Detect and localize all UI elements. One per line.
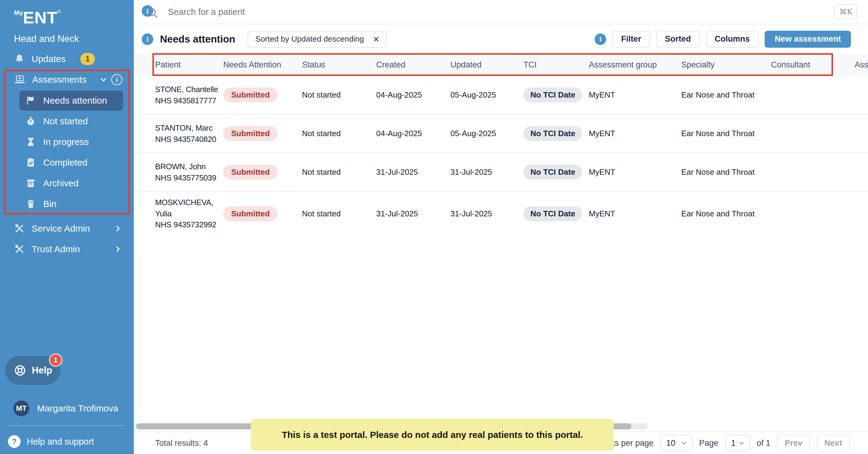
search-icon-combo: i (142, 3, 159, 20)
column-header-assessment-cut[interactable]: Ass (855, 60, 868, 70)
results-per-page-value: 10 (666, 439, 676, 448)
table-row[interactable]: STONE, Chantelle NHS 9435817777 Submitte… (134, 76, 868, 115)
chevron-down-icon[interactable] (99, 75, 108, 84)
sidebar-item-label: Assessments (32, 74, 86, 85)
sidebar-item-not-started[interactable]: Not started (20, 111, 123, 131)
keyboard-shortcut-badge: ⌘K (834, 4, 857, 20)
cell-assessment-group: MyENT (589, 90, 681, 100)
sidebar-item-needs-attention[interactable]: Needs attention (20, 91, 123, 110)
list-toolbar: i Needs attention Sorted by Updated desc… (134, 24, 868, 54)
chevron-down-icon (680, 440, 688, 447)
sidebar-item-label: Needs attention (43, 95, 107, 106)
page-value: 1 (731, 439, 736, 448)
column-header-status[interactable]: Status (302, 60, 376, 70)
cell-updated: 05-Aug-2025 (451, 90, 523, 100)
cell-status: Not started (302, 90, 376, 100)
filter-button[interactable]: Filter (612, 31, 650, 48)
cell-needs-attention: Submitted (223, 206, 302, 221)
assessments-trail: i (99, 74, 122, 85)
new-assessment-button[interactable]: New assessment (765, 31, 851, 48)
cell-tci: No TCI Date (523, 88, 589, 102)
sidebar-item-assessments[interactable]: Assessments i (0, 69, 134, 90)
table-row[interactable]: MOSKVICHEVA, Yulia NHS 9435732992 Submit… (134, 192, 868, 235)
column-header-assessment-group[interactable]: Assessment group (589, 60, 681, 70)
patient-name: STANTON, Marc (155, 123, 221, 133)
brand-prefix: My (14, 9, 23, 16)
clipboard-check-icon (26, 157, 36, 168)
sidebar-item-service-admin[interactable]: Service Admin (0, 218, 134, 239)
stopwatch-icon (26, 116, 36, 126)
column-header-specialty[interactable]: Specialty (681, 60, 771, 70)
question-circle-icon: ? (8, 435, 21, 448)
sidebar-item-label: In progress (43, 137, 89, 147)
sidebar: MyENT® Head and Neck Updates 1 Assessmen… (0, 0, 134, 454)
patient-nhs-number: NHS 9435740820 (155, 134, 221, 144)
cell-specialty: Ear Nose and Throat (681, 90, 771, 100)
search-info-icon[interactable]: i (142, 5, 153, 17)
filter-info-icon[interactable]: i (595, 33, 606, 45)
column-header-created[interactable]: Created (376, 60, 451, 70)
column-header-consultant[interactable]: Consultant (771, 60, 855, 70)
avatar: MT (13, 400, 29, 416)
cell-patient: BROWN, John NHS 9435775039 (155, 161, 223, 183)
brand-registered-mark: ® (58, 9, 61, 14)
cell-assessment-group: MyENT (589, 209, 681, 219)
page-select[interactable]: 1 (725, 435, 750, 451)
brand-logo: MyENT® (14, 9, 134, 26)
sidebar-nav: Updates 1 Assessments i N (0, 48, 134, 260)
sort-chip-label: Sorted by Updated descending (255, 34, 364, 44)
total-results: Total results: 4 (155, 439, 208, 448)
pagination: Results per page 10 Page 1 of 1 Prev Nex… (592, 435, 850, 451)
table-row[interactable]: STANTON, Marc NHS 9435740820 Submitted N… (134, 115, 868, 153)
cell-created: 04-Aug-2025 (376, 129, 451, 138)
next-page-button[interactable]: Next (816, 435, 850, 451)
columns-button[interactable]: Columns (706, 31, 759, 48)
patient-name: STONE, Chantelle (155, 84, 221, 95)
help-count-badge: 1 (49, 353, 62, 367)
sidebar-item-archived[interactable]: Archived (20, 173, 123, 193)
trash-icon (26, 199, 36, 209)
sidebar-item-updates[interactable]: Updates 1 (0, 48, 134, 69)
sidebar-item-trust-admin[interactable]: Trust Admin (0, 239, 134, 260)
sidebar-item-bin[interactable]: Bin (20, 194, 123, 214)
cell-assessment-group: MyENT (589, 129, 681, 138)
status-badge: Submitted (223, 126, 278, 141)
results-per-page-select[interactable]: 10 (660, 435, 692, 451)
sidebar-item-completed[interactable]: Completed (20, 153, 123, 172)
prev-page-button[interactable]: Prev (777, 435, 810, 451)
user-menu[interactable]: MT Margarita Trofimova (0, 397, 134, 419)
patient-nhs-number: NHS 9435732992 (155, 219, 221, 230)
assessments-info-icon[interactable]: i (111, 74, 122, 85)
search-input[interactable] (168, 7, 834, 17)
sort-chip[interactable]: Sorted by Updated descending (248, 31, 386, 48)
cell-tci: No TCI Date (523, 165, 589, 180)
archive-icon (26, 178, 36, 188)
cell-updated: 31-Jul-2025 (451, 209, 523, 219)
table-header: Patient Needs Attention Status Created U… (134, 54, 868, 76)
help-button[interactable]: Help 1 (5, 356, 61, 385)
tools-icon (14, 223, 25, 234)
sidebar-item-in-progress[interactable]: In progress (20, 132, 123, 152)
cell-status: Not started (302, 209, 376, 219)
status-badge: Submitted (223, 88, 278, 102)
cell-needs-attention: Submitted (223, 126, 302, 141)
cell-tci: No TCI Date (523, 126, 589, 141)
close-icon[interactable] (373, 36, 380, 43)
column-header-updated[interactable]: Updated (451, 60, 523, 70)
title-info-icon[interactable]: i (142, 33, 153, 45)
column-header-patient[interactable]: Patient (155, 60, 223, 70)
chevron-right-icon (114, 245, 122, 253)
user-name: Margarita Trofimova (37, 403, 118, 414)
status-badge: Submitted (223, 165, 278, 180)
cell-specialty: Ear Nose and Throat (681, 209, 771, 219)
chevron-right-icon (114, 224, 122, 233)
table-row[interactable]: BROWN, John NHS 9435775039 Submitted Not… (134, 153, 868, 192)
help-and-support-link[interactable]: ? Help and support (0, 433, 134, 450)
cell-tci: No TCI Date (523, 206, 589, 221)
column-header-needs-attention[interactable]: Needs Attention (223, 60, 302, 70)
column-header-tci[interactable]: TCI (523, 60, 589, 70)
help-and-support-label: Help and support (27, 437, 94, 447)
sorted-button[interactable]: Sorted (656, 31, 700, 48)
cell-created: 31-Jul-2025 (376, 167, 451, 177)
patient-name: BROWN, John (155, 161, 221, 172)
